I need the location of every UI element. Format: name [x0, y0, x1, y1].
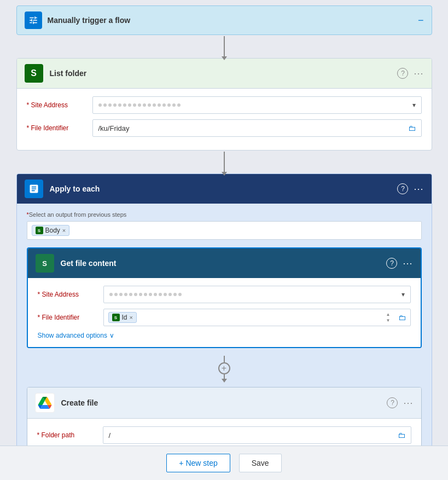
- save-button[interactable]: Save: [239, 454, 282, 472]
- get-file-content-icon: S: [36, 254, 54, 273]
- file-identifier-label: File Identifier: [27, 124, 92, 132]
- body-tag: S Body ×: [32, 225, 70, 236]
- file-identifier-value: /ku/Friday: [98, 124, 130, 132]
- gfc-file-identifier-label: File Identifier: [38, 314, 103, 321]
- folder-path-value: /: [109, 431, 111, 439]
- show-advanced-button[interactable]: Show advanced options ∨: [38, 332, 411, 339]
- gfc-site-address-blurred: [109, 293, 402, 296]
- inner-connector-arrow: [222, 379, 227, 383]
- connector-arrow-1: [224, 36, 225, 57]
- create-file-icon: [35, 393, 55, 413]
- list-folder-help-button[interactable]: ?: [397, 68, 408, 79]
- inner-connector-line-bottom: [224, 374, 225, 379]
- id-tag-sp-icon: S: [112, 314, 120, 321]
- inner-plus-button[interactable]: +: [218, 362, 230, 374]
- inner-connector-line-top: [224, 356, 225, 362]
- create-file-header: Create file ? ···: [27, 388, 421, 419]
- site-address-blurred: [98, 103, 412, 107]
- file-identifier-folder-icon[interactable]: 🗀: [408, 124, 416, 132]
- list-folder-card: S List folder ? ··· Site Address: [16, 58, 432, 151]
- trigger-icon: [25, 11, 42, 29]
- apply-to-each-more-button[interactable]: ···: [414, 183, 423, 195]
- trigger-title: Manually trigger a flow: [48, 16, 418, 25]
- file-identifier-field: File Identifier /ku/Friday 🗀: [27, 119, 422, 137]
- list-folder-icon: S: [25, 64, 43, 83]
- folder-path-input[interactable]: / 🗀: [103, 426, 411, 444]
- show-advanced-chevron-icon: ∨: [109, 332, 114, 339]
- list-folder-more-button[interactable]: ···: [414, 68, 423, 79]
- select-output-input[interactable]: S Body ×: [27, 221, 422, 240]
- gfc-site-address-dropdown-icon: ▾: [402, 291, 405, 298]
- id-tag-close-button[interactable]: ×: [130, 314, 133, 321]
- gfc-site-address-label: Site Address: [38, 291, 103, 298]
- gfc-file-identifier-field: File Identifier S Id × ▲ ▼ 🗀: [38, 309, 411, 326]
- create-file-more-button[interactable]: ···: [403, 397, 413, 409]
- gfc-arrow-buttons: ▲ ▼: [384, 312, 393, 323]
- connector-arrow-2: [224, 152, 225, 172]
- gfc-arrow-up-button[interactable]: ▲: [384, 312, 393, 317]
- get-file-content-more-button[interactable]: ···: [403, 258, 412, 269]
- apply-to-each-help-button[interactable]: ?: [397, 183, 408, 194]
- get-file-content-title: Get file content: [61, 259, 387, 268]
- select-output-label: *Select an output from previous steps: [27, 211, 422, 218]
- site-address-field: Site Address ▾: [27, 96, 422, 114]
- list-folder-title: List folder: [50, 69, 398, 78]
- create-file-help-button[interactable]: ?: [387, 397, 398, 408]
- gfc-site-address-input[interactable]: ▾: [103, 286, 411, 303]
- site-address-input[interactable]: ▾: [92, 96, 422, 114]
- site-address-label: Site Address: [27, 101, 92, 109]
- folder-path-field: Folder path / 🗀: [37, 426, 411, 444]
- folder-path-label: Folder path: [37, 431, 103, 439]
- bottom-bar: + New step Save: [0, 446, 448, 480]
- get-file-content-help-button[interactable]: ?: [386, 258, 397, 269]
- file-identifier-input[interactable]: /ku/Friday 🗀: [92, 119, 422, 137]
- inner-plus-connector: +: [218, 356, 230, 383]
- get-file-content-card: S Get file content ? ··· Site Address: [27, 247, 422, 348]
- apply-to-each-card: Apply to each ? ··· *Select an output fr…: [16, 174, 432, 480]
- gfc-arrow-down-button[interactable]: ▼: [384, 318, 393, 323]
- gfc-folder-icon[interactable]: 🗀: [398, 313, 406, 322]
- id-tag: S Id ×: [108, 312, 137, 323]
- apply-to-each-title: Apply to each: [50, 184, 398, 193]
- body-tag-sp-icon: S: [36, 227, 43, 234]
- get-file-content-header: S Get file content ? ···: [28, 248, 421, 278]
- new-step-button[interactable]: + New step: [166, 454, 230, 472]
- folder-path-folder-icon[interactable]: 🗀: [398, 431, 405, 439]
- gfc-file-identifier-input[interactable]: S Id × ▲ ▼ 🗀: [103, 309, 411, 326]
- site-address-dropdown-icon: ▾: [412, 101, 416, 109]
- create-file-title: Create file: [61, 398, 387, 407]
- body-tag-close-button[interactable]: ×: [62, 227, 66, 234]
- trigger-collapse-button[interactable]: −: [418, 15, 424, 26]
- apply-to-each-icon: [25, 180, 43, 198]
- gfc-site-address-field: Site Address ▾: [38, 286, 411, 303]
